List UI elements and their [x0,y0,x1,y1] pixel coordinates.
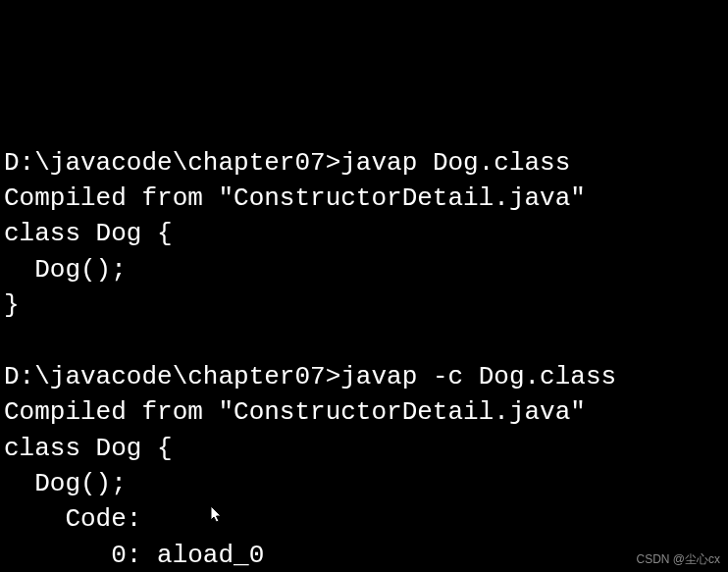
command-2: javap -c Dog.class [340,362,616,391]
command-1: javap Dog.class [340,148,570,178]
output-line: } [4,290,20,320]
prompt-2: D:\javacode\chapter07> [4,362,340,391]
output-line: Compiled from "ConstructorDetail.java" [4,183,586,213]
output-line: Dog(); [4,469,127,498]
prompt-1: D:\javacode\chapter07> [4,148,340,178]
output-line: Code: [4,504,141,534]
output-line: Compiled from "ConstructorDetail.java" [4,397,586,427]
terminal-output: D:\javacode\chapter07>javap Dog.class Co… [4,145,724,572]
watermark-text: CSDN @尘心cx [636,551,720,568]
output-line: class Dog { [4,219,173,248]
output-line: class Dog { [4,434,173,463]
output-line: 0: aload_0 [4,541,264,570]
output-line: Dog(); [4,255,127,285]
